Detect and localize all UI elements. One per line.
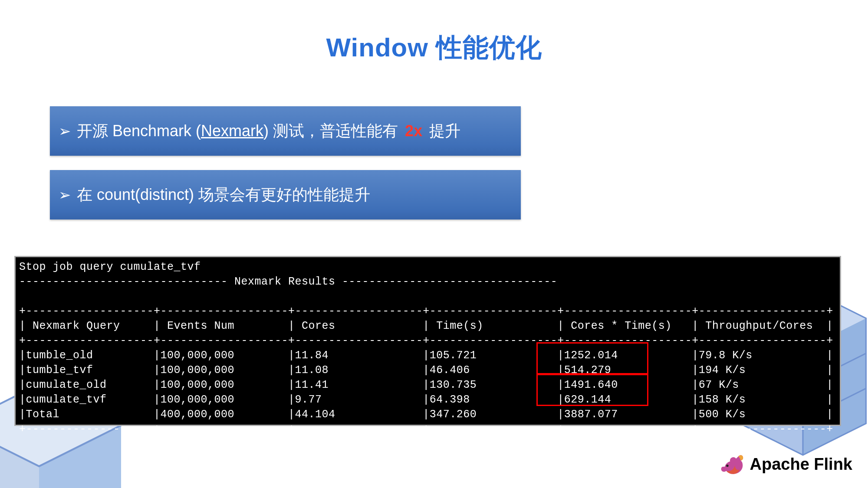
callout-count-distinct: ➢ 在 count(distinct) 场景会有更好的性能提升 [50,170,521,219]
table-row: |Total |400,000,000 |44.104 |347.260 |38… [19,408,833,421]
terminal-line-border-bottom: +-------------------+-------------------… [19,423,833,436]
callout-count-distinct-text: 在 count(distinct) 场景会有更好的性能提升 [77,184,370,206]
table-row: |tumble_tvf |100,000,000 |11.08 |46.406 … [19,364,833,377]
table-row: |tumble_old |100,000,000 |11.84 |105.721… [19,349,833,362]
slide-title: Window 性能优化 [0,30,868,66]
flink-squirrel-icon [719,452,744,477]
terminal-line-border-mid: +-------------------+-------------------… [19,334,833,347]
callout-benchmark-text: 开源 Benchmark (Nexmark) 测试，普适性能有 2x 提升 [77,121,460,142]
table-row: |cumulate_tvf |100,000,000 |9.77 |64.398… [19,393,833,406]
svg-point-7 [726,465,728,467]
terminal-line-header: | Nexmark Query | Events Num | Cores | T… [19,320,833,332]
bullet-arrow-icon: ➢ [59,122,71,140]
terminal-line-stop: Stop job query cumulate_tvf [19,261,201,273]
bullet-arrow-icon: ➢ [59,186,71,203]
terminal-line-banner: ------------------------------- Nexmark … [19,275,557,288]
callout-benchmark: ➢ 开源 Benchmark (Nexmark) 测试，普适性能有 2x 提升 [50,106,521,156]
footer-brand-text: Apache Flink [750,455,853,474]
terminal-output: Stop job query cumulate_tvf ------------… [14,256,841,426]
terminal-line-border-top: +-------------------+-------------------… [19,305,833,318]
speedup-highlight: 2x [402,122,425,140]
table-row: |cumulate_old |100,000,000 |11.41 |130.7… [19,379,833,391]
footer-logo: Apache Flink [719,452,853,477]
nexmark-link[interactable]: Nexmark [201,122,263,140]
